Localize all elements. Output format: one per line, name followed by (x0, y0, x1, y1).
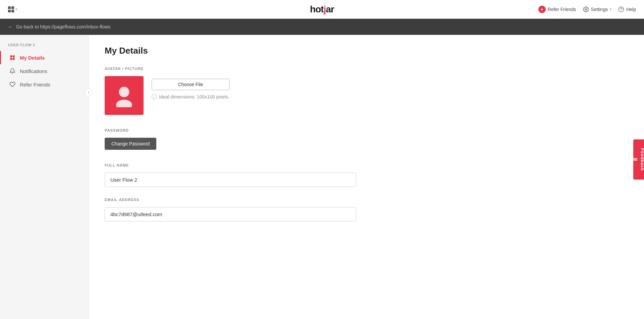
avatar-section-label: AVATAR / PICTURE (105, 67, 628, 71)
choose-file-button[interactable]: Choose File (152, 79, 229, 90)
full-name-label: FULL NAME (105, 163, 628, 167)
person-icon (9, 54, 16, 61)
feedback-tab[interactable]: Feedback ✉ (633, 139, 644, 180)
top-nav: ▾ hotjar ♥ Refer Friends Settings ▾ Help (0, 0, 644, 19)
feedback-label: Feedback (640, 148, 644, 171)
full-name-section: FULL NAME (105, 163, 628, 187)
settings-button[interactable]: Settings ▾ (583, 6, 612, 12)
help-button[interactable]: Help (618, 6, 636, 12)
avatar-placeholder-icon (112, 84, 136, 107)
email-section: EMAIL ADDRESS (105, 198, 628, 221)
change-password-button[interactable]: Change Password (105, 138, 156, 150)
svg-rect-3 (10, 55, 12, 57)
nav-right: ♥ Refer Friends Settings ▾ Help (538, 6, 636, 13)
avatar-controls: Choose File i Ideal dimensions: 100x100 … (152, 76, 229, 100)
sidebar-item-my-details[interactable]: My Details (0, 51, 88, 64)
logo: hotjar (310, 4, 334, 15)
svg-point-7 (119, 87, 129, 97)
sidebar-item-refer-friends[interactable]: Refer Friends (0, 78, 88, 91)
password-section-label: PASSWORD (105, 128, 628, 132)
heart-sidebar-icon (9, 81, 16, 88)
nav-left: ▾ (8, 6, 17, 12)
grid-icon (8, 6, 14, 12)
sidebar-item-notifications-label: Notifications (20, 68, 47, 74)
svg-point-0 (585, 8, 587, 10)
sidebar-item-my-details-label: My Details (20, 55, 45, 61)
grid-chevron-icon: ▾ (15, 7, 17, 11)
svg-rect-4 (13, 55, 15, 57)
refer-friends-button[interactable]: ♥ Refer Friends (538, 6, 576, 13)
settings-label: Settings (591, 7, 608, 12)
sidebar-section-label: USER FLOW 2 (0, 43, 88, 51)
svg-rect-5 (10, 58, 12, 60)
ideal-dimensions-text: Ideal dimensions: 100x100 pixels. (159, 94, 229, 100)
help-label: Help (626, 7, 636, 12)
settings-chevron-icon: ▾ (610, 7, 611, 11)
avatar (105, 76, 144, 115)
avatar-row: Choose File i Ideal dimensions: 100x100 … (105, 76, 628, 115)
collapse-icon: ‹ (88, 90, 89, 95)
refer-friends-label: Refer Friends (548, 7, 576, 12)
logo-dot: j (324, 4, 326, 14)
layout: ‹ USER FLOW 2 My Details Notifications (0, 35, 644, 319)
svg-point-8 (116, 100, 132, 107)
heart-icon: ♥ (538, 6, 546, 13)
page-title: My Details (105, 46, 628, 56)
main-content: My Details AVATAR / PICTURE Choose File … (89, 35, 644, 319)
svg-rect-6 (13, 58, 15, 60)
full-name-input[interactable] (105, 173, 356, 187)
back-bar[interactable]: ← Go back to https://pageflows.com/inbox… (0, 19, 644, 35)
info-icon: i (152, 94, 157, 100)
gear-icon (583, 6, 589, 12)
sidebar-item-refer-friends-label: Refer Friends (20, 82, 50, 87)
avatar-section: AVATAR / PICTURE Choose File i Ideal dim… (105, 67, 628, 115)
sidebar: USER FLOW 2 My Details Notifications (0, 35, 89, 319)
email-label: EMAIL ADDRESS (105, 198, 628, 202)
back-arrow-icon: ← (8, 24, 13, 30)
grid-menu-button[interactable]: ▾ (8, 6, 17, 12)
help-icon (618, 6, 624, 12)
envelope-icon: ✉ (633, 157, 638, 163)
sidebar-collapse-button[interactable]: ‹ (85, 88, 93, 97)
logo-text: hotjar (310, 4, 334, 15)
ideal-dimensions: i Ideal dimensions: 100x100 pixels. (152, 94, 229, 100)
sidebar-item-notifications[interactable]: Notifications (0, 64, 88, 78)
password-section: PASSWORD Change Password (105, 128, 628, 150)
bell-icon (9, 68, 16, 74)
back-bar-text: Go back to https://pageflows.com/inbox-f… (16, 24, 110, 29)
email-input[interactable] (105, 207, 356, 221)
